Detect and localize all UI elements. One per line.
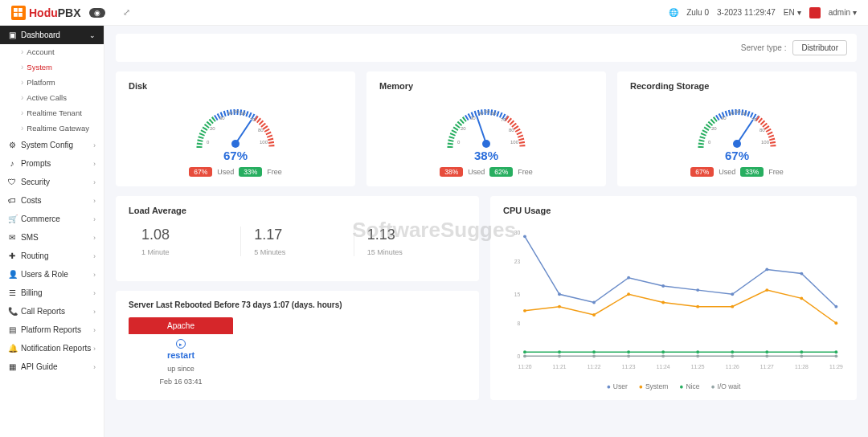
chevron-right-icon: › — [93, 308, 96, 316]
sidebar-item-commerce[interactable]: 🛒Commerce› — [0, 210, 104, 228]
svg-line-25 — [477, 116, 486, 144]
svg-point-67 — [696, 305, 699, 308]
timezone-label: Zulu 0 — [686, 8, 709, 17]
sidebar-item-billing[interactable]: ☰Billing› — [0, 284, 104, 302]
card-icon: ☰ — [8, 288, 16, 297]
sidebar-sub-active-calls[interactable]: Active Calls — [0, 90, 104, 105]
svg-point-85 — [627, 354, 630, 357]
report-icon: ▤ — [8, 325, 16, 334]
play-icon[interactable]: ▸ — [176, 339, 186, 349]
svg-point-56 — [661, 284, 665, 288]
restart-button[interactable]: restart — [129, 350, 233, 360]
svg-point-89 — [765, 354, 768, 357]
svg-text:100: 100 — [761, 140, 770, 145]
svg-point-69 — [765, 288, 768, 292]
svg-text:60: 60 — [491, 111, 497, 116]
svg-point-59 — [765, 268, 768, 271]
svg-rect-2 — [14, 13, 18, 17]
phone-icon: 📞 — [8, 307, 16, 316]
gauge-memory: 02030 405060 7080100 38% — [438, 96, 534, 156]
card-memory: Memory 02030 405060 7080100 — [366, 71, 606, 186]
card-recording-storage: Recording Storage 02030 405060 7080100 — [617, 71, 857, 186]
svg-text:80: 80 — [760, 128, 765, 133]
svg-point-82 — [523, 354, 526, 357]
card-server-reboot: Server Last Rebooted Before 73 days 1:07… — [116, 291, 479, 400]
chevron-right-icon: › — [93, 271, 96, 279]
sidebar-sub-platform[interactable]: Platform — [0, 75, 104, 90]
sidebar-item-security[interactable]: 🛡Security› — [0, 173, 104, 191]
sidebar-item-sms[interactable]: ✉SMS› — [0, 228, 104, 247]
svg-point-54 — [592, 301, 596, 304]
cpu-legend: User System Nice I/O wait — [503, 382, 844, 390]
svg-text:30: 30 — [470, 116, 476, 120]
svg-text:15: 15 — [514, 292, 521, 297]
dashboard-icon: ▣ — [8, 31, 16, 39]
svg-point-75 — [627, 350, 630, 353]
chevron-right-icon: › — [93, 363, 96, 371]
language-selector[interactable]: EN▾ — [784, 8, 801, 17]
sidebar-item-notification-reports[interactable]: 🔔Notification Reports› — [0, 339, 104, 357]
user-menu[interactable]: admin▾ — [829, 8, 857, 17]
svg-text:40: 40 — [227, 111, 233, 116]
sidebar-sub-realtime-gateway[interactable]: Realtime Gateway — [0, 120, 104, 136]
svg-text:11:24: 11:24 — [657, 364, 670, 370]
sidebar-item-users-role[interactable]: 👤Users & Role› — [0, 265, 104, 284]
svg-point-74 — [592, 350, 596, 353]
gauge-disk: 02030 405060 7080100 67% — [187, 96, 284, 156]
chevron-right-icon: › — [93, 160, 96, 168]
logo-mark-icon — [11, 6, 26, 20]
svg-text:0: 0 — [457, 140, 461, 145]
eye-icon[interactable]: ◉ — [89, 8, 105, 18]
card-title: Load Average — [129, 206, 466, 215]
tag-icon: 🏷 — [8, 196, 16, 205]
free-pill: 33% — [740, 167, 764, 177]
shield-icon: 🛡 — [8, 178, 16, 186]
clock-time: 3-2023 11:29:47 — [717, 8, 776, 17]
svg-point-73 — [558, 350, 561, 353]
gauge-storage: 02030 405060 7080100 67% — [689, 96, 785, 156]
svg-point-63 — [558, 305, 561, 308]
server-type-bar: Server type : Distributor — [116, 34, 857, 62]
legend-nice: Nice — [679, 382, 699, 390]
svg-text:11:29: 11:29 — [829, 364, 843, 370]
server-type-label: Server type : — [741, 43, 787, 52]
service-block-apache: Apache ▸ restart up since Feb 16 03:41 — [129, 317, 233, 390]
svg-text:50: 50 — [735, 109, 741, 114]
sidebar-item-prompts[interactable]: ♪Prompts› — [0, 154, 104, 173]
card-disk: Disk 02030 405060 7080100 — [116, 71, 355, 186]
chevron-right-icon: › — [93, 141, 96, 149]
sidebar-item-costs[interactable]: 🏷Costs› — [0, 191, 104, 210]
brand-text: HoduPBX — [29, 6, 81, 19]
svg-text:30: 30 — [721, 116, 727, 120]
svg-text:80: 80 — [509, 128, 514, 133]
svg-point-53 — [558, 292, 561, 296]
svg-text:30: 30 — [514, 230, 521, 235]
server-type-value[interactable]: Distributor — [792, 40, 847, 55]
brand-logo[interactable]: HoduPBX ◉ — [11, 6, 105, 20]
sidebar-sub-realtime-tenant[interactable]: Realtime Tenant — [0, 105, 104, 120]
sidebar-sub-system[interactable]: System — [0, 59, 104, 75]
svg-text:70: 70 — [501, 117, 506, 122]
svg-text:11:27: 11:27 — [760, 364, 774, 370]
svg-text:100: 100 — [260, 140, 268, 145]
chevron-right-icon: › — [93, 252, 96, 260]
sidebar-item-platform-reports[interactable]: ▤Platform Reports› — [0, 321, 104, 339]
used-pill: 38% — [440, 167, 463, 177]
sidebar-item-call-reports[interactable]: 📞Call Reports› — [0, 302, 104, 321]
svg-point-57 — [696, 288, 699, 292]
chevron-down-icon: ▾ — [853, 8, 857, 17]
svg-point-91 — [834, 354, 837, 357]
sidebar-item-api-guide[interactable]: ▦API Guide› — [0, 357, 104, 376]
sidebar: ▣Dashboard ⌄ Account System Platform Act… — [0, 26, 104, 437]
sidebar-item-routing[interactable]: ✚Routing› — [0, 247, 104, 265]
svg-point-72 — [523, 350, 526, 353]
svg-text:30: 30 — [219, 116, 225, 120]
plus-icon: ✚ — [8, 251, 16, 260]
sidebar-item-dashboard[interactable]: ▣Dashboard ⌄ — [0, 26, 104, 44]
avatar[interactable] — [809, 7, 821, 18]
sidebar-item-system-config[interactable]: ⚙System Config› — [0, 136, 104, 154]
sidebar-sub-account[interactable]: Account — [0, 44, 104, 59]
cpu-chart: 3023158011:2011:2111:2211:2311:2411:2511… — [503, 223, 844, 379]
svg-point-60 — [800, 272, 803, 276]
fullscreen-icon[interactable]: ⤢ — [123, 7, 130, 18]
